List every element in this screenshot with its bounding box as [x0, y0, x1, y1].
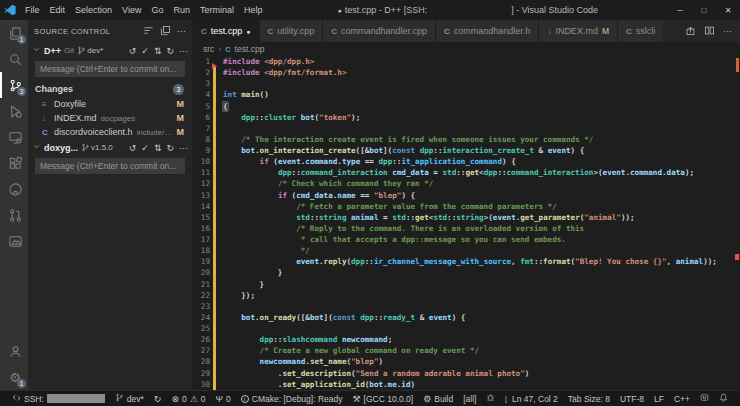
language-mode[interactable]: C++ [669, 394, 695, 404]
menu-terminal[interactable]: Terminal [195, 5, 239, 15]
activity-source-control-icon[interactable]: 3 [0, 72, 28, 98]
maximize-button[interactable]: □ [692, 6, 716, 15]
encoding-label: UTF-8 [620, 394, 644, 404]
breadcrumb[interactable]: src › C test.cpp [193, 42, 740, 56]
repo-branch[interactable]: v1.5.0 [81, 143, 113, 152]
tab-commandhandler.h[interactable]: Ccommandhandler.h [436, 20, 539, 42]
activity-github-icon[interactable] [0, 176, 28, 202]
cpp-file-icon: C [626, 27, 632, 36]
cmake-kit[interactable]: ⚒[GCC 10.0.0] [347, 394, 418, 404]
scm-file-row[interactable]: ↓INDEX.mddocpagesM [28, 111, 192, 125]
menu-edit[interactable]: Edit [45, 5, 71, 15]
line-number: 18 [193, 245, 210, 256]
activity-spacer [0, 254, 28, 338]
activity-remote-explorer-icon[interactable] [0, 124, 28, 150]
sync-circle-icon[interactable]: ↺ [129, 46, 137, 56]
repo-name: D++ [44, 46, 61, 56]
line-number: 11 [193, 167, 210, 178]
code-editor[interactable]: 1#include <dpp/dpp.h>2#include <dpp/fmt/… [193, 56, 740, 390]
repo-row-1[interactable]: doxyg...v1.5.0↺✓⇅↻··· [28, 139, 192, 156]
cursor-position[interactable]: Ln 47, Col 2 [507, 394, 563, 404]
commit-message-input[interactable] [35, 61, 185, 77]
notifications-bell[interactable] [714, 393, 733, 404]
more-actions-icon[interactable]: ··· [723, 26, 732, 36]
scm-file-name: INDEX.md [54, 113, 97, 123]
tab-sslcli[interactable]: Csslcli [618, 20, 663, 42]
repo-row-0[interactable]: D++Gitdev*↺✓⇅↻··· [28, 42, 192, 59]
refresh-icon[interactable]: ↻ [166, 46, 174, 56]
open-changes-icon[interactable] [685, 25, 696, 38]
code-line: 7 [193, 123, 740, 134]
cmake-debug-button[interactable] [481, 393, 500, 404]
commit-check-icon[interactable]: ✓ [141, 46, 149, 56]
chevron-down-icon[interactable] [32, 142, 41, 153]
activity-extensions-icon[interactable] [0, 150, 28, 176]
scm-file-row[interactable]: Cdiscordvoiceclient.hinclude/d...M [28, 125, 192, 139]
menu-help[interactable]: Help [239, 5, 268, 15]
view-and-sort-icon[interactable] [143, 25, 154, 38]
pull-push-icon[interactable]: ⇅ [154, 46, 162, 56]
tab-test.cpp[interactable]: Ctest.cpp● [193, 20, 260, 42]
repositories-icon[interactable] [160, 25, 171, 38]
tab-INDEX.md[interactable]: ↓INDEX.mdM [539, 20, 618, 42]
line-number: 10 [193, 156, 210, 167]
more-icon[interactable]: ··· [179, 143, 188, 153]
scm-file-path: docpages [101, 114, 173, 123]
activity-settings-gear-icon[interactable]: ⚙1 [0, 364, 28, 390]
activity-explorer-icon[interactable]: 1 [0, 20, 28, 46]
breadcrumb-folder[interactable]: src [203, 44, 214, 54]
repo-branch[interactable]: dev* [77, 46, 103, 55]
activity-run-debug-icon[interactable] [0, 98, 28, 124]
line-text [210, 323, 740, 334]
encoding[interactable]: UTF-8 [615, 394, 649, 404]
sync-circle-icon[interactable]: ↺ [129, 143, 137, 153]
activity-account-icon[interactable] [0, 338, 28, 364]
remote-indicator[interactable]: SSH: [7, 393, 110, 404]
cmake-status[interactable]: iCMake: [Debug]: Ready [236, 394, 348, 404]
chevron-down-icon[interactable] [32, 45, 41, 56]
more-icon[interactable]: ··· [179, 46, 188, 56]
commit-check-icon[interactable]: ✓ [141, 143, 149, 153]
commit-message-input[interactable] [35, 158, 185, 174]
code-line: 20 } [193, 267, 740, 278]
eol[interactable]: LF [649, 394, 669, 404]
code-line: 8 /* The interaction create event is fir… [193, 134, 740, 145]
breadcrumb-file[interactable]: test.cpp [235, 44, 265, 54]
changes-label: Changes [35, 84, 170, 94]
menu-selection[interactable]: Selection [70, 5, 117, 15]
overview-ruler[interactable] [734, 56, 740, 390]
menu-run[interactable]: Run [168, 5, 195, 15]
cmake-build-button[interactable]: ⚙Build [418, 394, 458, 404]
tab-commandhandler.cpp[interactable]: Ccommandhandler.cpp [323, 20, 436, 42]
menu-go[interactable]: Go [146, 5, 168, 15]
code-line: 16 /* Reply to the command. There is an … [193, 223, 740, 234]
branch-indicator[interactable]: dev* [110, 393, 149, 404]
scm-file-row[interactable]: ≡DoxyfileM [28, 97, 192, 111]
menu-view[interactable]: View [117, 5, 146, 15]
cmake-target[interactable]: [all] [458, 394, 481, 404]
refresh-icon[interactable]: ↻ [166, 143, 174, 153]
feedback-button[interactable] [695, 393, 714, 404]
menu-file[interactable]: File [20, 5, 45, 15]
problems-indicator[interactable]: ⊗0⚠0 [166, 394, 210, 404]
tab-dirty-dot[interactable]: ● [246, 28, 250, 35]
tab-size[interactable]: Tab Size: 8 [563, 394, 615, 404]
changes-section-header[interactable]: Changes3 [28, 81, 192, 97]
more-actions-icon[interactable]: ··· [177, 26, 186, 36]
split-editor-icon[interactable] [704, 25, 715, 38]
sync-button[interactable]: ↻ [149, 394, 167, 404]
activity-pull-request-icon[interactable] [0, 202, 28, 228]
code-line: 12 /* Check which command they ran */ [193, 178, 740, 189]
repo-branch-label: v1.5.0 [91, 143, 113, 152]
cmake-run-button[interactable]: ▷ [500, 394, 507, 404]
menu-bar: FileEditSelectionViewGoRunTerminalHelp [20, 5, 267, 15]
tab-utility.cpp[interactable]: Cutility.cpp [260, 20, 324, 42]
code-line: 28 newcommand.set_name("blep") [193, 356, 740, 367]
activity-search-icon[interactable] [0, 46, 28, 72]
activity-preview-icon[interactable] [0, 228, 28, 254]
pull-push-icon[interactable]: ⇅ [154, 143, 162, 153]
ports-indicator[interactable]: Ψ0 [211, 394, 236, 404]
minimize-button[interactable]: ─ [668, 6, 692, 15]
close-button[interactable]: ✕ [716, 6, 740, 15]
bug-icon [486, 393, 495, 404]
